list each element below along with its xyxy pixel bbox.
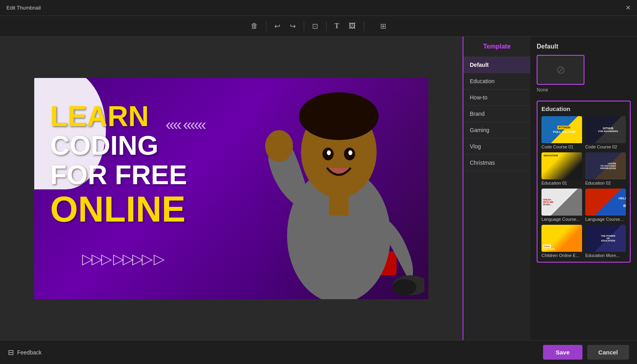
card-label-education-01: Education 01 (541, 181, 582, 185)
save-button[interactable]: Save (543, 345, 582, 360)
template-item-brand[interactable]: Brand (463, 106, 530, 122)
svg-point-9 (327, 150, 331, 155)
template-panel-title: Template (483, 43, 510, 50)
template-card-children-online[interactable]: Online EDUCATION ⬇ Children Online E... (541, 225, 582, 258)
svg-point-2 (299, 92, 379, 140)
feedback-button[interactable]: ⊟ Feedback (8, 348, 41, 357)
card-label-children-online: Children Online E... (541, 253, 582, 258)
toolbar-divider-3 (326, 21, 326, 31)
template-card-language-course-02[interactable]: HELLO → 你好 ⬇ Language Course... (585, 189, 626, 222)
none-label: None (537, 87, 548, 93)
crop-icon[interactable]: ⊡ (309, 19, 321, 33)
dialog-title: Edit Thumbnail (6, 5, 41, 11)
svg-rect-3 (329, 192, 349, 216)
toolbar-divider (266, 21, 266, 31)
template-item-default[interactable]: Default (463, 57, 530, 73)
default-section-title: Default (537, 43, 631, 50)
default-section: Default ⊘ None (537, 43, 631, 93)
template-item-christmas[interactable]: Christmas (463, 155, 530, 171)
template-card-education-02[interactable]: LEARNTO SUCCEEDKNOWLEDGE ⬇ Education 02 (585, 152, 626, 185)
feedback-label: Feedback (17, 349, 41, 356)
template-card-code-course-01[interactable]: PYTHON FULL COURSE ⬇ Code Course 01 (541, 116, 582, 149)
card-img-children-online: Online EDUCATION ⬇ (541, 225, 582, 252)
template-card-education-more[interactable]: THE POWEROFEDUCATION ⬇ Education More... (585, 225, 626, 258)
card-img-language-course-01: SPEAK WITH ME IN ENG... ⬇ (541, 189, 582, 216)
card-img-education-02: LEARNTO SUCCEEDKNOWLEDGE ⬇ (585, 152, 626, 179)
online-text: ONLINE (50, 190, 187, 229)
undo-icon[interactable]: ↩ (271, 19, 283, 33)
text-icon[interactable]: T (331, 19, 342, 33)
bottom-bar: ⊟ Feedback Save Cancel (0, 340, 637, 364)
card-label-code-course-02: Code Course 02 (585, 144, 626, 149)
svg-point-4 (265, 130, 293, 162)
person-svg (253, 84, 424, 299)
toolbar: 🗑 ↩ ↪ ⊡ T 🖼 ⊞ (0, 16, 637, 37)
card-img-code-course-02: GITHUBFOR BEGINNERS ⬇ (585, 116, 626, 143)
toolbar-divider-4 (364, 21, 364, 31)
template-item-gaming[interactable]: Gaming (463, 122, 530, 138)
card-img-education-01: EDUCATION CHANGES LIVES ⬇ (541, 152, 582, 179)
details-panel: Default ⊘ None Education PYTHON FULL COU… (530, 37, 637, 340)
close-button[interactable]: ✕ (625, 4, 631, 12)
card-label-education-02: Education 02 (585, 181, 626, 185)
title-bar: Edit Thumbnail ✕ (0, 0, 637, 16)
education-section: Education PYTHON FULL COURSE ⬇ Code Cour… (537, 101, 631, 263)
card-img-education-more: THE POWEROFEDUCATION ⬇ (585, 225, 626, 252)
delete-icon[interactable]: 🗑 (248, 19, 261, 33)
card-label-code-course-01: Code Course 01 (541, 144, 582, 149)
person-overlay (249, 78, 428, 299)
arrows-top: «« ««« (166, 116, 205, 134)
card-label-education-more: Education More... (585, 253, 626, 258)
canvas-area: LEARN CODING FOR FREE ONLINE «« ««« ▷▷▷ … (0, 37, 463, 340)
layout-icon[interactable]: ⊞ (377, 19, 389, 33)
svg-point-10 (348, 150, 352, 155)
image-icon[interactable]: 🖼 (346, 19, 359, 33)
bottom-actions: Save Cancel (543, 345, 629, 360)
for-free-text: FOR FREE (50, 160, 187, 190)
card-img-language-course-02: HELLO → 你好 ⬇ (585, 189, 626, 216)
template-item-vlog[interactable]: Vlog (463, 138, 530, 155)
template-item-how-to[interactable]: How-to (463, 90, 530, 106)
card-img-code-course-01: PYTHON FULL COURSE ⬇ (541, 116, 582, 143)
none-thumbnail[interactable]: ⊘ (537, 55, 584, 85)
template-list: Default Education How-to Brand Gaming Vl… (463, 57, 530, 340)
education-template-grid: PYTHON FULL COURSE ⬇ Code Course 01 GITH… (541, 116, 626, 258)
thumbnail-canvas: LEARN CODING FOR FREE ONLINE «« ««« ▷▷▷ … (34, 78, 428, 299)
coding-text: CODING (50, 130, 187, 160)
template-panel: Template Default Education How-to Brand … (463, 37, 530, 340)
card-label-language-course-02: Language Course... (585, 217, 626, 222)
education-section-title: Education (541, 105, 626, 112)
toolbar-divider-2 (304, 21, 304, 31)
template-card-education-01[interactable]: EDUCATION CHANGES LIVES ⬇ Education 01 (541, 152, 582, 185)
feedback-icon: ⊟ (8, 348, 14, 357)
template-panel-header: Template (463, 37, 530, 57)
redo-icon[interactable]: ↪ (287, 19, 299, 33)
main-content: LEARN CODING FOR FREE ONLINE «« ««« ▷▷▷ … (0, 37, 637, 340)
template-item-education[interactable]: Education (463, 73, 530, 90)
card-label-language-course-01: Language Course... (541, 217, 582, 222)
template-card-code-course-02[interactable]: GITHUBFOR BEGINNERS ⬇ Code Course 02 (585, 116, 626, 149)
arrows-bottom: ▷▷▷ ▷▷▷▷ ▷ (82, 251, 163, 267)
none-icon: ⊘ (556, 63, 565, 76)
template-card-language-course-01[interactable]: SPEAK WITH ME IN ENG... ⬇ Language Cours… (541, 189, 582, 222)
cancel-button[interactable]: Cancel (587, 345, 629, 360)
svg-point-6 (393, 279, 416, 295)
